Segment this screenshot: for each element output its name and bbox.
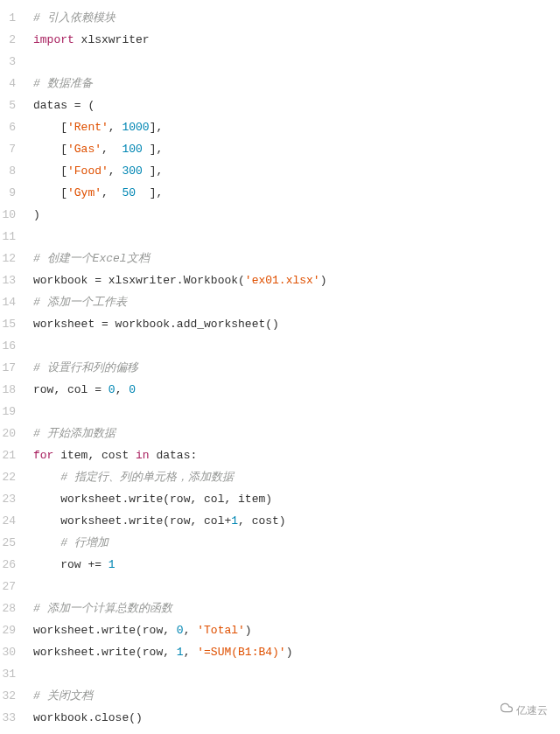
- line-number: 30: [0, 641, 16, 663]
- line-number: 26: [0, 554, 16, 576]
- code-line: # 行增加: [33, 532, 560, 554]
- line-number: 18: [0, 379, 16, 401]
- line-number: 12: [0, 248, 16, 269]
- code-line: # 创建一个Excel文档: [33, 248, 560, 269]
- code-viewer: 1234567891011121314151617181920212223242…: [0, 0, 560, 729]
- line-number: 7: [0, 138, 16, 160]
- line-number: 28: [0, 598, 16, 619]
- code-line: worksheet.write(row, col+1, cost): [33, 510, 560, 532]
- code-line: ): [33, 204, 560, 226]
- line-number: 10: [0, 204, 16, 226]
- line-number: 19: [0, 401, 16, 423]
- line-number: 21: [0, 444, 16, 466]
- line-number: 6: [0, 116, 16, 138]
- line-number: 20: [0, 423, 16, 444]
- line-number: 5: [0, 94, 16, 116]
- code-line: workbook = xlsxwriter.Workbook('ex01.xls…: [33, 269, 560, 291]
- code-line: worksheet.write(row, 0, 'Total'): [33, 619, 560, 641]
- line-number: 29: [0, 619, 16, 641]
- line-number: 2: [0, 29, 16, 51]
- code-line: [33, 335, 560, 357]
- code-line: workbook.close(): [33, 707, 560, 729]
- code-line: # 开始添加数据: [33, 423, 560, 444]
- code-line: # 添加一个计算总数的函数: [33, 598, 560, 619]
- line-number: 24: [0, 510, 16, 532]
- code-line: [33, 51, 560, 73]
- code-line: # 指定行、列的单元格，添加数据: [33, 466, 560, 488]
- code-line: ['Gas', 100 ],: [33, 138, 560, 160]
- code-line: # 设置行和列的偏移: [33, 357, 560, 379]
- code-line: ['Gym', 50 ],: [33, 182, 560, 204]
- line-number: 15: [0, 313, 16, 335]
- watermark: 亿速云: [494, 698, 555, 724]
- code-line: row, col = 0, 0: [33, 379, 560, 401]
- line-number: 25: [0, 532, 16, 554]
- code-line: # 添加一个工作表: [33, 291, 560, 313]
- code-line: # 引入依赖模块: [33, 7, 560, 29]
- code-line: [33, 576, 560, 598]
- line-number: 14: [0, 291, 16, 313]
- code-line: # 数据准备: [33, 73, 560, 94]
- line-number-gutter: 1234567891011121314151617181920212223242…: [0, 7, 26, 729]
- code-line: ['Food', 300 ],: [33, 160, 560, 182]
- code-line: [33, 663, 560, 685]
- line-number: 22: [0, 466, 16, 488]
- line-number: 31: [0, 663, 16, 685]
- line-number: 8: [0, 160, 16, 182]
- code-line: [33, 401, 560, 423]
- line-number: 13: [0, 269, 16, 291]
- code-line: # 关闭文档: [33, 685, 560, 707]
- code-line: import xlsxwriter: [33, 29, 560, 51]
- code-content[interactable]: # 引入依赖模块import xlsxwriter# 数据准备datas = (…: [26, 7, 560, 729]
- line-number: 4: [0, 73, 16, 94]
- code-line: datas = (: [33, 94, 560, 116]
- cloud-icon: [500, 700, 513, 722]
- line-number: 16: [0, 335, 16, 357]
- line-number: 32: [0, 685, 16, 707]
- code-line: [33, 226, 560, 248]
- watermark-text: 亿速云: [516, 700, 548, 722]
- code-line: worksheet = workbook.add_worksheet(): [33, 313, 560, 335]
- code-line: worksheet.write(row, col, item): [33, 488, 560, 510]
- line-number: 27: [0, 576, 16, 598]
- line-number: 33: [0, 707, 16, 729]
- code-line: worksheet.write(row, 1, '=SUM(B1:B4)'): [33, 641, 560, 663]
- code-line: ['Rent', 1000],: [33, 116, 560, 138]
- code-line: row += 1: [33, 554, 560, 576]
- line-number: 17: [0, 357, 16, 379]
- line-number: 23: [0, 488, 16, 510]
- line-number: 11: [0, 226, 16, 248]
- line-number: 9: [0, 182, 16, 204]
- line-number: 1: [0, 7, 16, 29]
- line-number: 3: [0, 51, 16, 73]
- code-line: for item, cost in datas:: [33, 444, 560, 466]
